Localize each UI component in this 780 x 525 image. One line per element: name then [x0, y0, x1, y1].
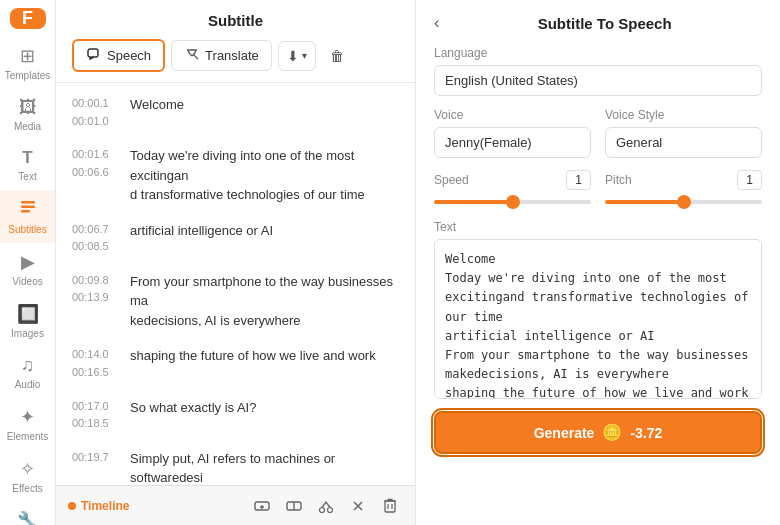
subtitle-item[interactable]: 00:17.0 00:18.5 So what exactly is AI?	[56, 390, 415, 441]
voice-style-group: Voice Style General	[605, 108, 762, 158]
subtitle-item[interactable]: 00:19.7 Simply put, AI refers to machine…	[56, 441, 415, 485]
speed-group: Speed 1	[434, 170, 591, 208]
subtitle-title: Subtitle	[72, 12, 399, 29]
sidebar-item-subtitles[interactable]: Subtitles	[0, 190, 55, 243]
subtitle-end: 00:16.5	[72, 364, 120, 382]
language-group: Language English (United States)	[434, 46, 762, 96]
subtitle-end: 00:18.5	[72, 415, 120, 433]
voice-group: Voice Jenny(Female)	[434, 108, 591, 158]
subtitle-start: 00:01.6	[72, 146, 120, 164]
chevron-icon: ▾	[302, 50, 307, 61]
delete-button[interactable]: 🗑	[322, 42, 352, 70]
trash-timeline-button[interactable]	[377, 493, 403, 519]
delete-timeline-button[interactable]	[345, 493, 371, 519]
timeline-dot	[68, 502, 76, 510]
subtitle-end: 00:06.6	[72, 164, 120, 182]
subtitle-item[interactable]: 00:14.0 00:16.5 shaping the future of ho…	[56, 338, 415, 389]
split-button[interactable]	[281, 493, 307, 519]
tools-icon: 🔧	[17, 510, 39, 525]
sidebar-item-label: Subtitles	[8, 224, 46, 235]
sidebar-item-media[interactable]: 🖼 Media	[0, 89, 55, 140]
subtitle-start: 00:17.0	[72, 398, 120, 416]
subtitle-end: 00:08.5	[72, 238, 120, 256]
download-button[interactable]: ⬇ ▾	[278, 41, 316, 71]
effects-icon: ✧	[20, 458, 35, 480]
sidebar-item-images[interactable]: 🔲 Images	[0, 295, 55, 347]
sidebar-item-label: Videos	[12, 276, 42, 287]
sidebar-item-label: Images	[11, 328, 44, 339]
cut-button[interactable]	[313, 493, 339, 519]
speech-button-label: Speech	[107, 48, 151, 63]
sidebar-item-label: Templates	[5, 70, 51, 81]
subtitle-start: 00:14.0	[72, 346, 120, 364]
svg-rect-8	[385, 501, 395, 512]
svg-rect-0	[21, 201, 35, 204]
svg-point-7	[328, 507, 333, 512]
voice-label: Voice	[434, 108, 591, 122]
subtitle-item[interactable]: 00:01.6 00:06.6 Today we're diving into …	[56, 138, 415, 213]
speech-panel: ‹ Subtitle To Speech Language English (U…	[416, 0, 780, 525]
add-subtitle-button[interactable]	[249, 493, 275, 519]
timeline-icons	[249, 493, 403, 519]
timeline-label: Timeline	[68, 499, 129, 513]
timeline-bar: Timeline	[56, 485, 415, 525]
pitch-value: 1	[737, 170, 762, 190]
audio-icon: ♫	[21, 355, 35, 376]
generate-button[interactable]: Generate 🪙 -3.72	[434, 411, 762, 454]
language-select[interactable]: English (United States)	[434, 65, 762, 96]
subtitle-end: 00:01.0	[72, 113, 120, 131]
subtitle-text: Welcome	[130, 95, 184, 130]
text-icon: T	[22, 148, 32, 168]
subtitle-start: 00:00.1	[72, 95, 120, 113]
speech-button[interactable]: Speech	[72, 39, 165, 72]
subtitle-item[interactable]: 00:00.1 00:01.0 Welcome	[56, 87, 415, 138]
sidebar-item-templates[interactable]: ⊞ Templates	[0, 37, 55, 89]
subtitle-toolbar: Speech Translate ⬇ ▾	[72, 39, 399, 82]
sidebar-item-tools[interactable]: 🔧 Tools	[0, 502, 55, 525]
subtitle-end: 00:13.9	[72, 289, 120, 307]
subtitle-text: From your smartphone to the way business…	[130, 272, 399, 331]
translate-button-icon	[184, 47, 200, 64]
pitch-label: Pitch	[605, 173, 632, 187]
subtitle-text: So what exactly is AI?	[130, 398, 256, 433]
speech-button-icon	[86, 47, 102, 64]
svg-rect-3	[88, 49, 98, 57]
voice-style-select[interactable]: General	[605, 127, 762, 158]
subtitle-start: 00:09.8	[72, 272, 120, 290]
back-button[interactable]: ‹	[434, 14, 439, 32]
pitch-group: Pitch 1	[605, 170, 762, 208]
elements-icon: ✦	[20, 406, 35, 428]
trash-icon: 🗑	[330, 48, 344, 64]
translate-button[interactable]: Translate	[171, 40, 272, 71]
voice-select[interactable]: Jenny(Female)	[434, 127, 591, 158]
subtitle-header: Subtitle Speech	[56, 0, 415, 83]
app-logo: F	[10, 8, 46, 29]
sidebar-item-elements[interactable]: ✦ Elements	[0, 398, 55, 450]
subtitles-icon	[19, 198, 37, 221]
sidebar-item-videos[interactable]: ▶ Videos	[0, 243, 55, 295]
speech-header: ‹ Subtitle To Speech	[434, 14, 762, 32]
voice-row: Voice Jenny(Female) Voice Style General	[434, 108, 762, 158]
text-textarea[interactable]	[434, 239, 762, 399]
language-label: Language	[434, 46, 762, 60]
subtitle-item[interactable]: 00:09.8 00:13.9 From your smartphone to …	[56, 264, 415, 339]
voice-style-label: Voice Style	[605, 108, 762, 122]
templates-icon: ⊞	[20, 45, 35, 67]
videos-icon: ▶	[21, 251, 35, 273]
subtitle-start: 00:06.7	[72, 221, 120, 239]
download-icon: ⬇	[287, 48, 299, 64]
sidebar-item-label: Effects	[12, 483, 42, 494]
media-icon: 🖼	[19, 97, 37, 118]
svg-rect-2	[21, 210, 30, 213]
sidebar-item-label: Elements	[7, 431, 49, 442]
text-label: Text	[434, 220, 762, 234]
sidebar-item-effects[interactable]: ✧ Effects	[0, 450, 55, 502]
subtitle-item[interactable]: 00:06.7 00:08.5 artificial intelligence …	[56, 213, 415, 264]
generate-label: Generate	[534, 425, 595, 441]
sidebar-item-text[interactable]: T Text	[0, 140, 55, 190]
subtitle-text: Simply put, AI refers to machines or sof…	[130, 449, 399, 485]
pitch-slider[interactable]	[605, 200, 762, 204]
speed-slider[interactable]	[434, 200, 591, 204]
sidebar-item-audio[interactable]: ♫ Audio	[0, 347, 55, 398]
sidebar-item-label: Text	[18, 171, 36, 182]
